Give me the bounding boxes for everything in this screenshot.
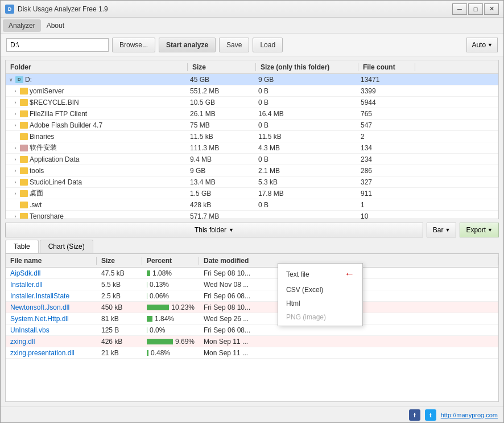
folder-name: › 软件安装 xyxy=(6,143,188,153)
header-size: Size xyxy=(188,63,256,71)
expand-arrow-icon[interactable]: › xyxy=(13,168,18,174)
folder-panel: Folder Size Size (only this folder) File… xyxy=(5,60,499,219)
table-row[interactable]: Binaries 11.5 kB 11.5 kB 2 xyxy=(6,131,498,142)
this-folder-button[interactable]: This folder ▼ xyxy=(5,223,423,237)
table-row[interactable]: System.Net.Http.dll 81 kB 1.84% Wed Sep … xyxy=(6,313,498,325)
arrow-indicator: ← xyxy=(344,268,354,280)
expand-arrow-icon[interactable]: › xyxy=(13,191,18,196)
header-percent: Percent xyxy=(142,257,199,265)
expand-arrow-icon[interactable]: › xyxy=(13,157,18,162)
app-icon: D xyxy=(5,5,14,14)
folder-name: › 桌面 xyxy=(6,188,188,198)
folder-icon xyxy=(20,202,28,208)
browse-button[interactable]: Browse... xyxy=(112,38,155,52)
folder-icon xyxy=(20,99,28,106)
header-size-only: Size (only this folder) xyxy=(256,63,358,71)
bar-chevron-icon: ▼ xyxy=(445,227,450,233)
table-row[interactable]: › FileZilla FTP Client 26.1 MB 16.4 MB 7… xyxy=(6,108,498,120)
status-bar: f t http://manyprog.com xyxy=(1,406,503,422)
maximize-button[interactable]: □ xyxy=(468,3,483,15)
auto-button[interactable]: Auto ▼ xyxy=(466,38,498,52)
window-controls: ─ □ ✕ xyxy=(452,3,499,15)
window-title: Disk Usage Analyzer Free 1.9 xyxy=(18,5,452,13)
minimize-button[interactable]: ─ xyxy=(452,3,467,15)
path-input[interactable] xyxy=(6,38,109,52)
table-row[interactable]: › 软件安装 111.3 MB 4.3 MB 134 xyxy=(6,142,498,154)
tab-row: Table Chart (Size) xyxy=(5,240,499,253)
close-button[interactable]: ✕ xyxy=(484,3,499,15)
expand-arrow-icon[interactable]: › xyxy=(13,122,18,128)
table-row[interactable]: › StudioLine4 Data 13.4 MB 5.3 kB 327 xyxy=(6,176,498,188)
folder-name: .swt xyxy=(6,201,188,209)
percent-bar xyxy=(147,282,147,288)
folder-name: › Tenorshare xyxy=(6,212,188,219)
folder-icon xyxy=(20,88,28,95)
file-table-panel: File name Size Percent Date modified Aip… xyxy=(5,253,499,402)
menu-analyzer[interactable]: Analyzer xyxy=(3,19,41,32)
toolbar: Browse... Start analyze Save Load Auto ▼ xyxy=(1,34,503,56)
table-row[interactable]: Installer.InstallState 2.5 kB 0.06% Fri … xyxy=(6,290,498,302)
folder-name: › $RECYCLE.BIN xyxy=(6,98,188,106)
folder-name: › FileZilla FTP Client xyxy=(6,110,188,118)
expand-arrow-icon[interactable]: › xyxy=(13,88,18,94)
folder-table-header: Folder Size Size (only this folder) File… xyxy=(6,60,498,74)
table-row[interactable]: AipSdk.dll 47.5 kB 1.08% Fri Sep 08 10..… xyxy=(6,268,498,279)
table-row[interactable]: › tools 9 GB 2.1 MB 286 xyxy=(6,165,498,176)
menu-bar: Analyzer About xyxy=(1,18,503,34)
main-window: D Disk Usage Analyzer Free 1.9 ─ □ ✕ Ana… xyxy=(0,0,504,423)
table-row[interactable]: › $RECYCLE.BIN 10.5 GB 0 B 5944 xyxy=(6,97,498,108)
twitter-icon[interactable]: t xyxy=(425,409,436,421)
table-row[interactable]: › yomiServer 551.2 MB 0 B 3399 xyxy=(6,85,498,97)
table-row[interactable]: zxing.dll 426 kB 9.69% Mon Sep 11 ... xyxy=(6,336,498,347)
table-row[interactable]: zxing.presentation.dll 21 kB 0.48% Mon S… xyxy=(6,347,498,359)
table-row[interactable]: Newtonsoft.Json.dll 450 kB 10.23% Fri Se… xyxy=(6,302,498,313)
folder-name: › Application Data xyxy=(6,155,188,163)
folder-name: Binaries xyxy=(6,133,188,141)
start-analyze-button[interactable]: Start analyze xyxy=(159,38,216,52)
percent-bar xyxy=(147,305,169,310)
tab-chart[interactable]: Chart (Size) xyxy=(40,240,93,253)
expand-arrow-icon[interactable]: › xyxy=(13,111,18,117)
percent-bar xyxy=(147,316,152,322)
file-table-header: File name Size Percent Date modified xyxy=(6,254,498,268)
folder-name: › StudioLine4 Data xyxy=(6,178,188,186)
title-bar: D Disk Usage Analyzer Free 1.9 ─ □ ✕ xyxy=(1,1,503,18)
bar-button[interactable]: Bar ▼ xyxy=(427,223,457,237)
auto-chevron-icon: ▼ xyxy=(488,42,493,48)
facebook-icon[interactable]: f xyxy=(409,409,420,421)
table-row[interactable]: Installer.dll 5.5 kB 0.13% Wed Nov 08 ..… xyxy=(6,279,498,290)
table-row[interactable]: ∨ D D: 45 GB 9 GB 13471 xyxy=(6,74,498,85)
site-link[interactable]: http://manyprog.com xyxy=(441,412,498,418)
header-file-count: File count xyxy=(358,63,415,71)
expand-arrow-icon[interactable]: › xyxy=(13,213,18,219)
expand-arrow-icon[interactable]: › xyxy=(13,100,18,105)
folder-icon xyxy=(20,122,28,129)
folder-name: › yomiServer xyxy=(6,87,188,95)
folder-name: › tools xyxy=(6,167,188,175)
percent-bar xyxy=(147,270,150,276)
table-row[interactable]: › 桌面 1.5 GB 17.8 MB 911 xyxy=(6,188,498,199)
expand-arrow-icon[interactable]: ∨ xyxy=(8,77,14,83)
percent-bar xyxy=(147,350,148,356)
export-button[interactable]: Export ▼ xyxy=(460,223,499,237)
expand-arrow-icon xyxy=(13,202,18,208)
menu-about[interactable]: About xyxy=(41,19,70,32)
table-row[interactable]: › Tenorshare 571.7 MB 10 xyxy=(6,211,498,219)
bottom-toolbar: This folder ▼ Bar ▼ Export ▼ xyxy=(5,223,499,237)
load-button[interactable]: Load xyxy=(253,38,283,52)
table-row[interactable]: .swt 428 kB 0 B 1 xyxy=(6,199,498,211)
tab-table[interactable]: Table xyxy=(5,240,39,253)
export-text-file[interactable]: Text file ← xyxy=(278,265,362,283)
export-png: PNG (image) xyxy=(278,310,362,324)
export-html[interactable]: Html xyxy=(278,297,362,310)
export-csv[interactable]: CSV (Excel) xyxy=(278,283,362,297)
folder-icon xyxy=(20,190,28,197)
folder-rows: ∨ D D: 45 GB 9 GB 13471 › yomiServer 551… xyxy=(6,74,498,219)
expand-arrow-icon[interactable]: › xyxy=(13,179,18,185)
save-button[interactable]: Save xyxy=(219,38,249,52)
table-row[interactable]: › Adobe Flash Builder 4.7 75 MB 0 B 547 xyxy=(6,120,498,131)
table-row[interactable]: › Application Data 9.4 MB 0 B 234 xyxy=(6,154,498,165)
table-row[interactable]: UnInstall.vbs 125 B 0.0% Fri Sep 06 08..… xyxy=(6,325,498,336)
folder-name: › Adobe Flash Builder 4.7 xyxy=(6,121,188,129)
expand-arrow-icon[interactable]: › xyxy=(13,145,18,151)
